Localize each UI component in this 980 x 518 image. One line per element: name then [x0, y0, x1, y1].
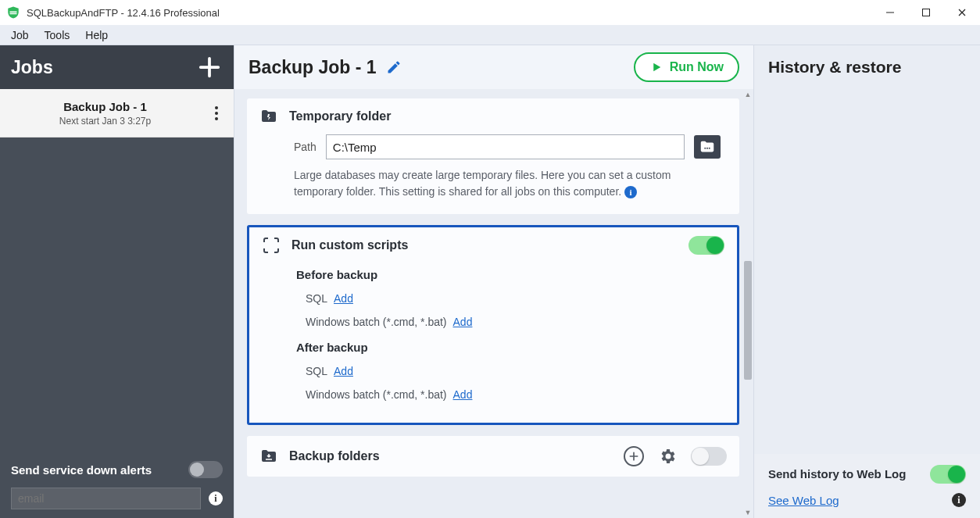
- add-job-button[interactable]: [196, 54, 223, 80]
- email-info-icon[interactable]: i: [209, 491, 223, 505]
- before-batch-add-link[interactable]: Add: [453, 316, 473, 328]
- web-log-info-icon[interactable]: i: [952, 493, 966, 507]
- script-icon: [262, 236, 281, 255]
- svg-point-2: [706, 148, 708, 149]
- play-icon: [649, 60, 663, 74]
- jobs-header: Jobs: [0, 45, 234, 89]
- menu-job[interactable]: Job: [3, 27, 37, 43]
- center-panel: Backup Job - 1 Run Now Temporary folder: [234, 45, 754, 518]
- window-title: SQLBackupAndFTP - 12.4.16 Professional: [27, 7, 220, 19]
- menu-tools[interactable]: Tools: [37, 27, 78, 43]
- backup-folders-icon: [259, 447, 278, 466]
- backup-folders-toggle[interactable]: [691, 447, 727, 466]
- add-folder-button[interactable]: [624, 446, 644, 466]
- after-backup-label: After backup: [296, 341, 718, 354]
- run-now-button[interactable]: Run Now: [634, 52, 739, 82]
- job-item[interactable]: Backup Job - 1 Next start Jan 3 3:27p: [0, 89, 234, 138]
- before-backup-label: Before backup: [296, 268, 718, 281]
- browse-folder-button[interactable]: [694, 135, 721, 159]
- svg-point-1: [704, 148, 706, 149]
- job-item-title: Backup Job - 1: [0, 100, 210, 113]
- backup-folders-title: Backup folders: [289, 449, 380, 463]
- service-alerts-row: Send service down alerts: [0, 452, 234, 487]
- service-alerts-toggle[interactable]: [188, 461, 223, 478]
- web-log-toggle[interactable]: [930, 465, 966, 484]
- temp-folder-info-icon[interactable]: i: [624, 186, 637, 198]
- path-input[interactable]: [326, 134, 685, 159]
- service-alerts-label: Send service down alerts: [11, 463, 152, 477]
- temp-folder-help: Large databases may create large tempora…: [294, 167, 721, 200]
- path-label: Path: [294, 141, 317, 153]
- scroll-up-arrow[interactable]: ▲: [742, 89, 753, 100]
- custom-scripts-title: Run custom scripts: [291, 238, 408, 252]
- scroll-down-arrow[interactable]: ▼: [742, 507, 753, 518]
- web-log-title: Send history to Web Log: [768, 466, 906, 482]
- job-item-menu-button[interactable]: [210, 106, 223, 120]
- before-sql-add-link[interactable]: Add: [334, 292, 353, 305]
- custom-scripts-toggle[interactable]: [689, 236, 724, 255]
- card-backup-folders: Backup folders: [247, 436, 739, 477]
- svg-point-3: [709, 148, 710, 149]
- temp-folder-title: Temporary folder: [289, 109, 391, 123]
- after-batch-row: Windows batch (*.cmd, *.bat) Add: [296, 385, 718, 409]
- title-bar: SQLBackupAndFTP - 12.4.16 Professional: [0, 0, 980, 25]
- before-sql-row: SQL Add: [296, 289, 718, 313]
- folder-ellipsis-icon: [699, 138, 716, 155]
- email-input[interactable]: [11, 488, 201, 509]
- plus-icon: [628, 450, 640, 463]
- after-sql-add-link[interactable]: Add: [334, 365, 353, 377]
- see-web-log-link[interactable]: See Web Log: [768, 494, 839, 507]
- menu-bar: Job Tools Help: [0, 25, 980, 45]
- jobs-label: Jobs: [11, 57, 53, 78]
- menu-help[interactable]: Help: [77, 27, 116, 43]
- center-header: Backup Job - 1 Run Now: [234, 45, 753, 89]
- before-batch-row: Windows batch (*.cmd, *.bat) Add: [296, 313, 718, 336]
- card-custom-scripts: Run custom scripts Before backup SQL Add…: [247, 225, 739, 425]
- sidebar: Jobs Backup Job - 1 Next start Jan 3 3:2…: [0, 45, 234, 518]
- run-now-label: Run Now: [670, 60, 724, 74]
- web-log-section: Send history to Web Log See Web Log i: [754, 454, 980, 518]
- app-icon: [6, 5, 20, 20]
- svg-rect-0: [923, 9, 930, 16]
- close-button[interactable]: [944, 0, 980, 25]
- right-header: History & restore: [754, 45, 980, 89]
- edit-title-icon[interactable]: [386, 59, 402, 75]
- page-title: Backup Job - 1: [249, 57, 377, 78]
- plus-icon: [198, 55, 221, 79]
- job-item-subtitle: Next start Jan 3 3:27p: [0, 116, 210, 127]
- folders-settings-button[interactable]: [658, 447, 677, 466]
- email-row: i: [0, 487, 234, 518]
- card-temporary-folder: Temporary folder Path Large databases ma…: [247, 98, 739, 214]
- center-scrollbar[interactable]: ▲ ▼: [742, 89, 753, 518]
- minimize-button[interactable]: [872, 0, 908, 25]
- right-panel: History & restore Send history to Web Lo…: [754, 45, 980, 518]
- temp-folder-icon: [259, 107, 278, 126]
- after-sql-row: SQL Add: [296, 362, 718, 385]
- after-batch-add-link[interactable]: Add: [453, 388, 473, 401]
- maximize-button[interactable]: [908, 0, 944, 25]
- scroll-thumb[interactable]: [744, 261, 752, 380]
